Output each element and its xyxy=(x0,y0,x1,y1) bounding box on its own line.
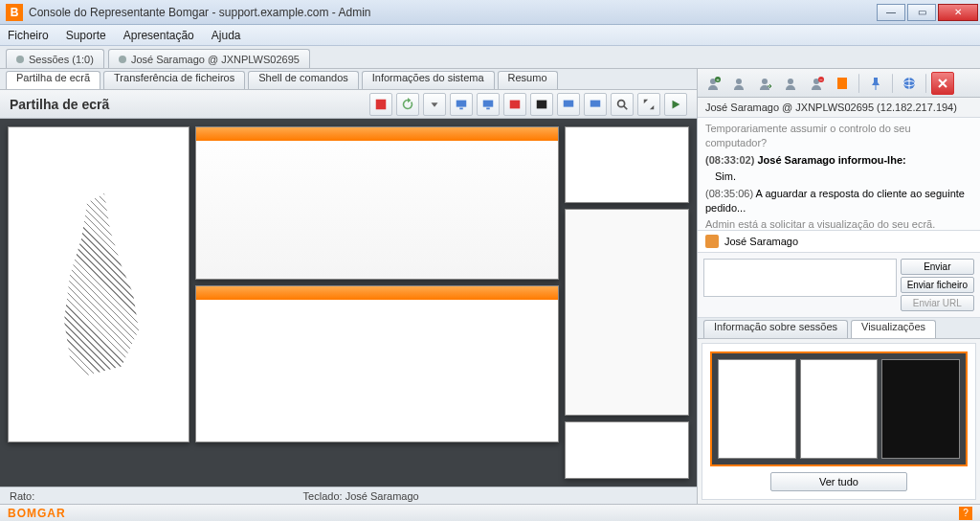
help-button[interactable]: ? xyxy=(959,507,972,520)
subtab-sysinfo[interactable]: Informações do sistema xyxy=(362,71,495,89)
remove-user-button[interactable]: − xyxy=(805,72,828,95)
monitor-1-button[interactable] xyxy=(450,93,473,116)
zoom-button[interactable] xyxy=(611,93,634,116)
minimize-button[interactable]: — xyxy=(877,4,905,21)
subtabs-row: Partilha de ecrã Transferência de fichei… xyxy=(0,69,697,90)
stop-sharing-button[interactable] xyxy=(369,93,392,116)
footer: BOMGAR ? xyxy=(0,504,980,521)
window-title: Console do Representante Bomgar - suppor… xyxy=(29,6,875,19)
user-gear-button[interactable] xyxy=(727,72,750,95)
end-session-button[interactable] xyxy=(931,72,954,95)
tab-views[interactable]: Visualizações xyxy=(851,320,936,338)
dropdown-button[interactable] xyxy=(423,93,446,116)
sessions-tab-all-label: Sessões (1:0) xyxy=(29,54,94,65)
globe-button[interactable] xyxy=(898,72,921,95)
monitor-3-button[interactable] xyxy=(557,93,580,116)
left-panel: Partilha de ecrã Transferência de fichei… xyxy=(0,69,697,504)
svg-rect-7 xyxy=(564,100,574,106)
sessions-tab-current[interactable]: José Saramago @ JXNPLWS02695 xyxy=(108,49,310,68)
close-button[interactable]: ✕ xyxy=(938,4,978,21)
svg-text:+: + xyxy=(716,77,720,82)
participant-row[interactable]: José Saramago xyxy=(698,231,980,253)
remote-window-3 xyxy=(195,285,559,442)
thumbnails-panel: Ver tudo xyxy=(702,343,976,500)
play-toolbar-button[interactable] xyxy=(664,93,687,116)
mouse-status: Rato: xyxy=(10,490,34,502)
send-file-button[interactable]: Enviar ficheiro xyxy=(901,277,974,293)
subtab-shell[interactable]: Shell de comandos xyxy=(248,71,359,89)
status-dot-icon xyxy=(16,56,24,63)
menu-file[interactable]: Ficheiro xyxy=(8,29,49,42)
right-panel: + − José Saramago @ JXNPLWS02695 (12.182… xyxy=(697,69,980,504)
brand-label: BOMGAR xyxy=(8,507,66,520)
chat-line: Sim. xyxy=(715,170,972,184)
capture-black-button[interactable] xyxy=(530,93,553,116)
chat-line: Temporariamente assumir o controlo do se… xyxy=(705,122,972,151)
toolbar-separator xyxy=(925,74,926,93)
avatar-icon xyxy=(705,235,719,248)
svg-point-16 xyxy=(788,79,793,84)
view-all-button[interactable]: Ver tudo xyxy=(770,472,907,491)
chat-line: (08:33:02) José Saramago informou-lhe: xyxy=(705,153,972,168)
thumbnail[interactable] xyxy=(718,359,796,459)
sessions-tab-current-label: José Saramago @ JXNPLWS02695 xyxy=(131,54,300,65)
user-up-button[interactable] xyxy=(779,72,802,95)
thumbnail[interactable] xyxy=(800,359,879,459)
maximize-button[interactable]: ▭ xyxy=(907,4,936,21)
svg-rect-1 xyxy=(457,100,467,106)
remote-window-6 xyxy=(565,421,689,479)
remote-window-4 xyxy=(565,126,689,203)
refresh-button[interactable] xyxy=(396,93,419,116)
svg-rect-6 xyxy=(537,100,547,108)
session-header: José Saramago @ JXNPLWS02695 (12.182.217… xyxy=(698,98,980,118)
tab-session-info[interactable]: Informação sobre sessões xyxy=(703,320,848,338)
chat-line: (08:35:06) A aguardar a resposta do clie… xyxy=(705,187,972,216)
remote-desktop-viewport[interactable] xyxy=(0,119,697,487)
svg-line-10 xyxy=(624,105,628,109)
notes-button[interactable] xyxy=(831,72,854,95)
send-button[interactable]: Enviar xyxy=(901,259,974,275)
remote-window-5 xyxy=(565,209,689,416)
svg-rect-2 xyxy=(459,107,463,109)
svg-rect-0 xyxy=(376,99,387,109)
toolbar-separator xyxy=(858,74,859,93)
subtab-screen-share[interactable]: Partilha de ecrã xyxy=(6,71,100,89)
menu-help[interactable]: Ajuda xyxy=(212,29,241,42)
svg-point-15 xyxy=(762,79,768,84)
svg-rect-4 xyxy=(486,107,490,109)
thumbnail[interactable] xyxy=(881,359,960,459)
svg-rect-3 xyxy=(483,100,494,106)
chat-log[interactable]: Temporariamente assumir o controlo do se… xyxy=(698,118,980,231)
fullscreen-button[interactable] xyxy=(637,93,660,116)
lower-tabs-row: Informação sobre sessões Visualizações xyxy=(698,318,980,339)
app-icon: B xyxy=(6,4,23,21)
capture-red-button[interactable] xyxy=(503,93,526,116)
monitor-4-button[interactable] xyxy=(584,93,607,116)
add-user-button[interactable]: + xyxy=(702,72,724,95)
menu-support[interactable]: Suporte xyxy=(66,29,106,42)
titlebar: B Console do Representante Bomgar - supp… xyxy=(0,0,980,25)
subtab-summary[interactable]: Resumo xyxy=(498,71,558,89)
remote-window-2 xyxy=(195,126,559,280)
chat-input-area: Enviar Enviar ficheiro Enviar URL xyxy=(698,253,980,318)
send-url-button[interactable]: Enviar URL xyxy=(901,295,974,311)
chat-input[interactable] xyxy=(703,259,897,297)
menubar: Ficheiro Suporte Apresentação Ajuda xyxy=(0,25,980,46)
svg-rect-8 xyxy=(590,100,601,106)
right-toolbar: + − xyxy=(698,69,980,98)
pin-button[interactable] xyxy=(864,72,887,95)
subtab-file-transfer[interactable]: Transferência de ficheiros xyxy=(103,71,245,89)
user-arrow-button[interactable] xyxy=(753,72,776,95)
screen-share-heading: Partilha de ecrã xyxy=(10,97,109,112)
sessions-tab-all[interactable]: Sessões (1:0) xyxy=(6,49,104,68)
participant-name: José Saramago xyxy=(724,236,798,247)
remote-window-1 xyxy=(8,126,189,442)
svg-point-9 xyxy=(618,100,625,106)
monitor-2-button[interactable] xyxy=(477,93,500,116)
menu-presentation[interactable]: Apresentação xyxy=(123,29,194,42)
left-status-bar: Rato: Teclado: José Saramago xyxy=(0,487,697,504)
keyboard-status: Teclado: José Saramago xyxy=(303,490,419,502)
svg-rect-5 xyxy=(510,100,521,108)
hand-illustration-icon xyxy=(41,193,156,375)
svg-rect-20 xyxy=(837,78,847,89)
